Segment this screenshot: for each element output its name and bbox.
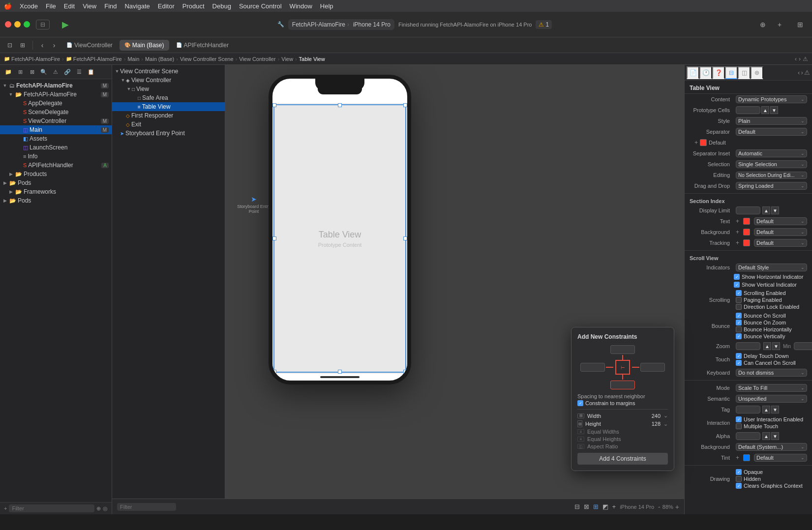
sidebar-tool-4[interactable]: ⚠ <box>50 67 61 77</box>
delay-touch-checkbox[interactable]: ✓ <box>736 353 742 359</box>
bounce-zoom-checkbox[interactable]: ✓ <box>736 320 742 325</box>
bounce-v-checkbox[interactable]: ✓ <box>736 333 742 339</box>
stepper-up[interactable]: ▲ <box>761 106 769 114</box>
editing-select[interactable]: No Selection During Edi... ⌄ <box>736 172 807 179</box>
connections-tab[interactable]: ⊛ <box>751 66 763 79</box>
indicators-select[interactable]: Default Style ⌄ <box>736 264 807 271</box>
scene-item-tableview[interactable]: ≡ Table View <box>112 102 225 111</box>
bc-item-5[interactable]: View Controller <box>239 56 275 62</box>
layout-btn-5[interactable]: + <box>612 503 616 510</box>
tree-item-scenedelegate[interactable]: S SceneDelegate <box>0 108 112 117</box>
menu-view[interactable]: View <box>83 2 96 10</box>
add-constraints-button[interactable]: Add 4 Constraints <box>577 453 668 465</box>
panel-warn[interactable]: ⚠ <box>804 69 810 76</box>
library-button[interactable]: ⊕ <box>756 19 770 30</box>
menu-navigate[interactable]: Navigate <box>124 2 150 10</box>
plus-icon[interactable]: + <box>736 229 739 236</box>
tree-item-root[interactable]: ▼ 🗂 FetchAPI-AlamoFire M <box>0 81 112 90</box>
bottom-input[interactable]: 0 <box>610 381 635 389</box>
file-inspector-tab[interactable]: 📄 <box>687 66 699 79</box>
constrain-margins-checkbox[interactable]: ✓ <box>577 400 583 406</box>
tab-viewcontroller[interactable]: 📄 ViewController <box>61 40 118 51</box>
style-select[interactable]: Plain ⌄ <box>736 117 807 125</box>
sidebar-tool-1[interactable]: ⊞ <box>15 67 26 77</box>
zoom-min-input[interactable]: 1 <box>736 342 760 350</box>
plus-icon[interactable]: + <box>694 139 698 146</box>
direction-lock-checkbox[interactable] <box>736 304 742 310</box>
display-limit-input[interactable]: 0 <box>736 206 760 214</box>
zoom-max-input[interactable]: 1 <box>794 342 812 350</box>
scene-item-vc[interactable]: ▼ ◈ View Controller <box>112 76 225 85</box>
scene-item-entrypoint[interactable]: ➤ Storyboard Entry Point <box>112 129 225 138</box>
stepper-down[interactable]: ▼ <box>770 106 778 114</box>
tree-item-main[interactable]: ◫ Main M <box>0 125 112 134</box>
tree-item-products[interactable]: ▶ 📂 Products <box>0 170 112 178</box>
stepper-up[interactable]: ▲ <box>762 432 770 440</box>
filter-icon-2[interactable]: ⊕ <box>96 505 101 512</box>
can-cancel-checkbox[interactable]: ✓ <box>736 360 742 366</box>
bc-item-3[interactable]: Main (Base) <box>145 56 174 62</box>
bc-item-7[interactable]: Table View <box>299 56 325 62</box>
tree-item-group[interactable]: ▼ 📂 FetchAPI-AlamoFire M <box>0 90 112 99</box>
selection-select[interactable]: Single Selection ⌄ <box>736 160 807 168</box>
tab-apifetchhandler[interactable]: 📄 APIFetchHandler <box>171 40 234 51</box>
keyboard-select[interactable]: Do not dismiss ⌄ <box>736 369 807 377</box>
show-horizontal-checkbox[interactable]: ✓ <box>734 274 740 280</box>
scheme-selector[interactable]: FetchAPI-AlamoFire › iPhone 14 Pro <box>288 19 394 30</box>
text-select[interactable]: Default ⌄ <box>754 217 807 225</box>
tree-item-viewcontroller[interactable]: S ViewController M <box>0 117 112 125</box>
layout-btn-1[interactable]: ⊟ <box>574 503 580 510</box>
panel-back[interactable]: ‹ <box>798 69 800 76</box>
bc-item-1[interactable]: 📁 FetchAPI-AlamoFire <box>66 56 122 62</box>
height-dropdown[interactable]: ⌄ <box>663 421 668 427</box>
sep-inset-select[interactable]: Automatic ⌄ <box>736 149 807 157</box>
assistant-editor-btn[interactable]: ⊞ <box>17 40 29 51</box>
sidebar-tool-5[interactable]: 🔗 <box>62 67 73 77</box>
forward-button[interactable]: › <box>49 40 60 50</box>
plus-icon[interactable]: + <box>736 454 739 461</box>
menu-window[interactable]: Window <box>290 2 312 10</box>
prototype-cells-input[interactable]: 0 <box>736 106 760 114</box>
tab-main-base[interactable]: 🎨 Main (Base) <box>120 40 169 51</box>
tree-item-pods-group[interactable]: ▶ 📂 Pods <box>0 178 112 187</box>
maximize-button[interactable] <box>24 21 30 28</box>
scrolling-enabled-checkbox[interactable]: ✓ <box>736 290 742 296</box>
bounce-scroll-checkbox[interactable]: ✓ <box>736 313 742 319</box>
attributes-tab[interactable]: ⊟ <box>725 66 738 79</box>
menu-product[interactable]: Product <box>182 2 205 10</box>
warning-badge[interactable]: ⚠ 1 <box>536 20 552 29</box>
stepper-up[interactable]: ▲ <box>762 206 770 214</box>
quick-help-tab[interactable]: ❓ <box>712 66 725 79</box>
bc-item-0[interactable]: 📁 FetchAPI-AlamoFire <box>4 56 60 62</box>
bc-item-6[interactable]: View <box>281 56 293 62</box>
minimize-button[interactable] <box>14 21 21 28</box>
tracking-select[interactable]: Default ⌄ <box>754 239 807 247</box>
user-interaction-checkbox[interactable]: ✓ <box>736 416 742 422</box>
tint-select[interactable]: Default ⌄ <box>754 454 807 462</box>
sidebar-tool-0[interactable]: 📁 <box>3 67 14 77</box>
stepper-down[interactable]: ▼ <box>772 342 780 350</box>
alpha-input[interactable]: 1 <box>736 432 760 440</box>
tree-item-pods[interactable]: ▶ 📂 Pods <box>0 196 112 205</box>
bg-select[interactable]: Default ⌄ <box>754 228 807 236</box>
menu-xcode[interactable]: Xcode <box>20 2 38 10</box>
layout-btn-4[interactable]: ◩ <box>602 503 608 510</box>
bounce-h-checkbox[interactable] <box>736 326 742 332</box>
stepper-up[interactable]: ▲ <box>763 342 771 350</box>
layout-btn-3[interactable]: ⊞ <box>593 503 599 510</box>
table-view-area[interactable]: Table View Prototype Content <box>272 103 407 374</box>
right-input[interactable]: 0 <box>640 363 665 372</box>
breadcrumb-forward[interactable]: › <box>799 56 801 62</box>
scene-item-exit[interactable]: ◇ Exit <box>112 120 225 129</box>
menu-source-control[interactable]: Source Control <box>239 2 282 10</box>
menu-debug[interactable]: Debug <box>212 2 231 10</box>
breadcrumb-warning[interactable]: ⚠ <box>803 56 808 62</box>
standard-editor-btn[interactable]: ⊡ <box>4 40 16 51</box>
clears-graphics-checkbox[interactable]: ✓ <box>736 483 742 489</box>
tree-item-frameworks[interactable]: ▶ 📂 Frameworks <box>0 187 112 196</box>
history-tab[interactable]: 🕐 <box>699 66 712 79</box>
zoom-in-button[interactable]: + <box>675 503 679 511</box>
tree-item-apifetchhandler[interactable]: S APIFetchHandler A <box>0 161 112 170</box>
semantic-select[interactable]: Unspecified ⌄ <box>736 395 807 403</box>
mode-select[interactable]: Scale To Fill ⌄ <box>736 384 807 392</box>
